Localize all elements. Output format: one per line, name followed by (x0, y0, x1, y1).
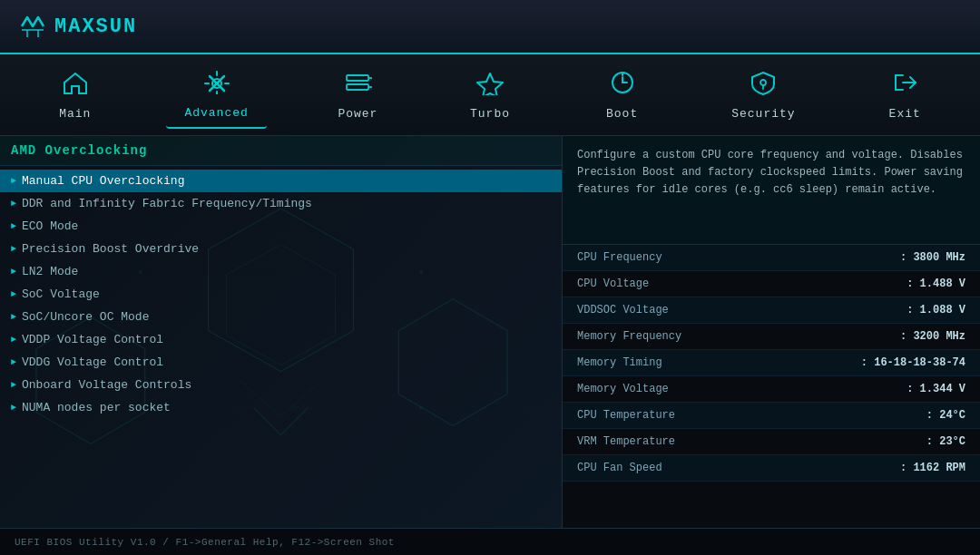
nav-item-boot[interactable]: Boot (582, 63, 663, 128)
nav-label-main: Main (59, 107, 91, 121)
nav-item-turbo[interactable]: Turbo (449, 63, 531, 128)
stat-row: CPU Frequency : 3800 MHz (563, 245, 980, 271)
menu-list: ► Manual CPU Overclocking► DDR and Infin… (0, 166, 562, 423)
maxsun-logo-icon (18, 12, 47, 41)
stat-value: : 1.088 V (906, 304, 965, 316)
status-text: UEFI BIOS Utility V1.0 / F1->General Hel… (15, 537, 395, 548)
menu-item-label: Onboard Voltage Controls (22, 378, 191, 392)
stat-value: : 16-18-18-38-74 (861, 356, 965, 369)
stat-row: VRM Temperature : 23°C (563, 429, 980, 455)
stat-label: VDDSOC Voltage (577, 304, 906, 316)
right-panel: Configure a custom CPU core frequency an… (563, 136, 980, 528)
menu-item-label: NUMA nodes per socket (22, 401, 171, 414)
menu-item-label: LN2 Mode (22, 265, 78, 278)
stat-value: : 3800 MHz (900, 251, 965, 264)
stat-value: : 23°C (926, 435, 965, 448)
menu-arrow-icon: ► (11, 357, 16, 367)
panel-title: AMD Overclocking (0, 136, 562, 166)
menu-item[interactable]: ► LN2 Mode (0, 260, 562, 283)
info-box: Configure a custom CPU core frequency an… (563, 136, 980, 245)
menu-arrow-icon: ► (11, 199, 16, 209)
stat-label: Memory Frequency (577, 330, 900, 343)
stat-label: CPU Temperature (577, 409, 926, 422)
header: MAXSUN (0, 0, 980, 54)
menu-item-label: ECO Mode (22, 219, 78, 233)
menu-item-label: VDDP Voltage Control (22, 333, 163, 346)
stat-row: Memory Frequency : 3200 MHz (563, 324, 980, 350)
svg-rect-8 (347, 84, 368, 90)
menu-arrow-icon: ► (11, 289, 16, 299)
brand-name: MAXSUN (54, 15, 137, 38)
menu-item-label: VDDG Voltage Control (22, 355, 163, 369)
menu-item-label: SoC Voltage (22, 287, 100, 301)
menu-arrow-icon: ► (11, 267, 16, 277)
stat-label: CPU Frequency (577, 251, 900, 264)
menu-arrow-icon: ► (11, 221, 16, 231)
stat-label: Memory Voltage (577, 383, 906, 395)
nav-label-advanced: Advanced (184, 106, 248, 120)
nav-item-main[interactable]: Main (34, 63, 116, 128)
menu-arrow-icon: ► (11, 312, 16, 322)
stat-value: : 1.344 V (906, 383, 965, 395)
status-bar: UEFI BIOS Utility V1.0 / F1->General Hel… (0, 528, 980, 555)
stat-label: VRM Temperature (577, 435, 926, 448)
nav-item-security[interactable]: Security (713, 63, 813, 128)
stat-value: : 24°C (926, 409, 965, 422)
power-stack-icon (343, 70, 372, 102)
stat-row: CPU Temperature : 24°C (563, 403, 980, 429)
stats-list: CPU Frequency : 3800 MHzCPU Voltage : 1.… (563, 245, 980, 528)
nav-bar: Main Advanced Power (0, 54, 980, 136)
menu-arrow-icon: ► (11, 380, 16, 390)
menu-item[interactable]: ► SoC/Uncore OC Mode (0, 306, 562, 328)
menu-item-label: Manual CPU Overclocking (22, 174, 184, 188)
menu-item-label: SoC/Uncore OC Mode (22, 310, 149, 324)
nav-label-boot: Boot (606, 107, 638, 121)
stat-value: : 1.488 V (906, 278, 965, 290)
stat-label: Memory Timing (577, 356, 861, 369)
stat-value: : 3200 MHz (900, 330, 965, 343)
menu-item[interactable]: ► DDR and Infinity Fabric Frequency/Timi… (0, 192, 562, 215)
exit-icon (890, 70, 919, 102)
stat-row: Memory Voltage : 1.344 V (563, 376, 980, 403)
menu-item-label: DDR and Infinity Fabric Frequency/Timing… (22, 197, 312, 210)
stat-label: CPU Voltage (577, 278, 906, 290)
stat-label: CPU Fan Speed (577, 462, 900, 474)
menu-arrow-icon: ► (11, 403, 16, 413)
menu-item[interactable]: ► Onboard Voltage Controls (0, 374, 562, 396)
menu-item[interactable]: ► SoC Voltage (0, 283, 562, 306)
menu-item[interactable]: ► VDDP Voltage Control (0, 328, 562, 351)
svg-rect-7 (347, 75, 368, 81)
nav-label-turbo: Turbo (470, 107, 510, 121)
left-panel: AMD Overclocking ► Manual CPU Overclocki… (0, 136, 563, 528)
boot-icon (608, 70, 637, 102)
security-icon (749, 70, 778, 102)
nav-item-advanced[interactable]: Advanced (166, 62, 266, 129)
stat-row: Memory Timing : 16-18-18-38-74 (563, 350, 980, 376)
nav-label-exit: Exit (889, 107, 921, 121)
stat-row: VDDSOC Voltage : 1.088 V (563, 297, 980, 324)
nav-item-exit[interactable]: Exit (864, 63, 946, 128)
menu-item[interactable]: ► Precision Boost Overdrive (0, 238, 562, 260)
nav-label-power: Power (338, 107, 377, 121)
menu-item[interactable]: ► ECO Mode (0, 215, 562, 238)
nav-item-power[interactable]: Power (317, 63, 398, 128)
tools-icon (202, 69, 231, 101)
turbo-icon (475, 70, 505, 102)
menu-item[interactable]: ► Manual CPU Overclocking (0, 170, 562, 192)
main-content: AMD Overclocking ► Manual CPU Overclocki… (0, 136, 980, 528)
menu-arrow-icon: ► (11, 335, 16, 345)
stat-value: : 1162 RPM (900, 462, 965, 474)
menu-item-label: Precision Boost Overdrive (22, 242, 199, 256)
menu-item[interactable]: ► VDDG Voltage Control (0, 351, 562, 374)
menu-item[interactable]: ► NUMA nodes per socket (0, 396, 562, 419)
stat-row: CPU Fan Speed : 1162 RPM (563, 455, 980, 482)
menu-arrow-icon: ► (11, 244, 16, 254)
stat-row: CPU Voltage : 1.488 V (563, 271, 980, 297)
svg-point-13 (760, 80, 766, 85)
nav-label-security: Security (731, 107, 795, 121)
brand-logo: MAXSUN (18, 12, 137, 41)
home-icon (61, 70, 90, 102)
menu-arrow-icon: ► (11, 176, 16, 186)
